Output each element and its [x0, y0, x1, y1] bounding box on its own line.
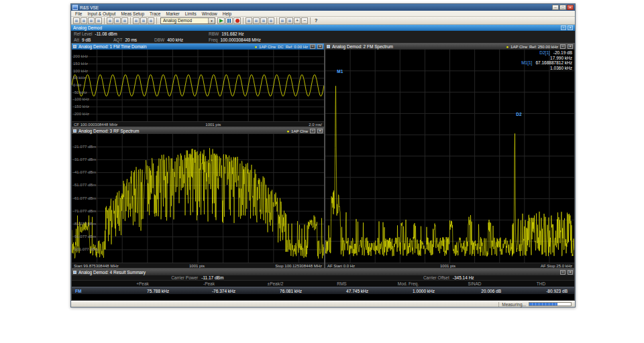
fm-time-domain-titlebar[interactable]: Analog Demod: 1 FM Time Domain ● 1AP Clr… — [72, 44, 324, 50]
measurement-area: Analog Demod: 1 FM Time Domain ● 1AP Clr… — [71, 43, 575, 269]
y-axis-label: -150 kHz — [73, 105, 89, 109]
y-axis-label: 150 kHz — [73, 62, 88, 66]
carrier-info-row: Carrier Power -11.17 dBm Carrier Offset … — [72, 275, 574, 281]
y-axis-label: -31.077 dBm — [73, 157, 96, 161]
play-button[interactable] — [217, 17, 225, 24]
trace-mode-label: 1AP Clrw — [511, 45, 527, 49]
result-value-rms: 47.745 kHz — [309, 289, 375, 293]
zoom-icon[interactable] — [286, 17, 293, 24]
undock-window-icon[interactable]: ▫ — [310, 44, 315, 49]
cascade-windows-icon[interactable] — [260, 17, 267, 24]
menu-item-help[interactable]: Help — [220, 11, 234, 16]
file-toolbar-group — [73, 17, 102, 24]
record-button[interactable] — [233, 17, 241, 24]
close-window-icon[interactable]: × — [568, 44, 573, 49]
window-controls: – □ × — [552, 5, 574, 10]
vse-application-window: R&S VSE – □ × FileInput & OutputMeas Set… — [70, 3, 576, 307]
cut-icon[interactable] — [107, 17, 113, 24]
menu-item-limits[interactable]: Limits — [182, 11, 199, 16]
zoom-toolbar-group: +− — [279, 17, 308, 24]
zoom-in-icon[interactable]: + — [294, 17, 301, 24]
menu-item-meas-setup[interactable]: Meas Setup — [118, 11, 147, 16]
marker-flag-m1[interactable]: M1 — [337, 69, 343, 74]
y-axis-label: -100 kHz — [73, 97, 89, 101]
marker-value: -20.19 dB — [553, 50, 572, 56]
paste-icon[interactable] — [121, 17, 128, 24]
new-window-icon[interactable] — [246, 17, 252, 24]
play-icon — [219, 19, 223, 23]
y-axis-label: 0 Hz — [73, 83, 81, 87]
att-value: 9 dB — [82, 38, 91, 42]
report-icon[interactable] — [148, 17, 154, 24]
split-view-icon[interactable] — [253, 17, 260, 24]
undock-channel-icon[interactable]: ▫ — [561, 25, 566, 30]
menu-item-window[interactable]: Window — [199, 11, 220, 16]
rf-spectrum-canvas — [72, 134, 324, 263]
column-header-mod-freq: Mod. Freq. — [375, 281, 441, 286]
result-value-peak-2: 76.081 kHz — [242, 289, 309, 293]
menu-item-input-output[interactable]: Input & Output — [85, 11, 118, 16]
trace-mode-label: 1AP Clrw — [291, 129, 308, 133]
ref-value-label: Ref: 250.00 kHz — [529, 45, 558, 49]
channel-info-bar: Ref Level -11.08 dBm RBW 191.682 Hz Att … — [71, 31, 575, 44]
overview-icon[interactable] — [268, 17, 274, 24]
zoom-out-icon[interactable]: − — [301, 17, 308, 24]
y-axis-label: -101.077 dBm — [73, 247, 99, 251]
close-window-icon[interactable]: × — [317, 129, 323, 133]
toolbar-separator — [243, 17, 244, 24]
display-config-icon[interactable] — [133, 17, 140, 24]
toolbar: Analog Demod ▾ +− ? — [71, 17, 575, 25]
channel-selector[interactable]: Analog Demod ▾ — [160, 17, 215, 24]
fm-spectrum-titlebar[interactable]: Analog Demod: 2 FM Spectrum ● 1AP Clrw R… — [325, 44, 574, 50]
trace-mode-label: 1AP Clrw — [259, 45, 276, 49]
close-window-icon[interactable]: × — [317, 44, 323, 49]
desktop-background: R&S VSE – □ × FileInput & OutputMeas Set… — [0, 0, 644, 343]
help-button[interactable]: ? — [313, 18, 319, 23]
menu-item-file[interactable]: File — [72, 11, 85, 16]
marker-value: 67.168887812 kHz — [535, 60, 572, 66]
toolbar-separator — [310, 17, 311, 24]
y-axis-label: -21.077 dBm — [73, 145, 96, 149]
aqt-value: 20 ms — [125, 38, 137, 42]
maximize-button[interactable]: □ — [559, 5, 566, 10]
channel-info-row-2: Att 9 dB AQT 20 ms DBW 400 kHz Freq 100.… — [71, 37, 575, 43]
menu-item-trace[interactable]: Trace — [147, 11, 163, 16]
fm-time-domain-footer: CF 100.000308448 MHz 1001 pts 2.0 ms/ — [72, 121, 324, 127]
pause-button[interactable] — [225, 17, 233, 24]
dbw-value: 400 kHz — [167, 38, 183, 42]
copy-icon[interactable] — [114, 17, 121, 24]
result-summary-fm-row[interactable]: FM 75.788 kHz-76.374 kHz76.081 kHz47.745… — [72, 287, 574, 295]
close-channel-icon[interactable]: × — [568, 25, 573, 30]
screenshot-icon[interactable] — [140, 17, 147, 24]
status-bar: Measuring... — [71, 301, 575, 307]
rf-spectrum-titlebar[interactable]: Analog Demod: 3 RF Spectrum ● 1AP Clrw ▫… — [72, 128, 324, 134]
save-icon[interactable] — [88, 17, 95, 24]
marker-flag-d2[interactable]: D2 — [516, 112, 521, 117]
new-measurement-icon[interactable] — [73, 17, 80, 24]
minimize-button[interactable]: – — [552, 5, 559, 10]
fm-time-domain-canvas — [72, 50, 324, 121]
close-window-icon[interactable]: × — [568, 270, 573, 275]
channel-tab-analog-demod[interactable]: Analog Demod — [73, 25, 102, 30]
center-frequency-label: CF 100.000308448 MHz — [74, 123, 117, 127]
window-icon — [327, 45, 330, 48]
view-toolbar-group — [246, 17, 274, 24]
result-summary-titlebar[interactable]: Analog Demod: 4 Result Summary ▫ × — [72, 269, 574, 275]
close-button[interactable]: × — [567, 5, 574, 10]
undock-window-icon[interactable]: ▫ — [560, 44, 566, 49]
print-icon[interactable] — [95, 17, 102, 24]
menu-bar: FileInput & OutputMeas SetupTraceMarkerL… — [71, 11, 575, 17]
app-logo-icon — [72, 5, 78, 10]
rf-spectrum-footer: Start 99.875308448 MHz 1001 pts Stop 100… — [72, 263, 324, 268]
coupling-label: DC — [278, 45, 284, 49]
fm-spectrum-canvas — [325, 50, 574, 263]
result-summary-header-row: +Peak-Peak±Peak/2RMSMod. Freq.SINADTHD — [72, 281, 574, 287]
undock-window-icon[interactable]: ▫ — [310, 129, 315, 133]
y-axis-label: -91.077 dBm — [73, 234, 96, 238]
menu-item-marker[interactable]: Marker — [163, 11, 182, 16]
marker-frequency: 17.990 kHz — [550, 56, 572, 61]
open-icon[interactable] — [80, 17, 87, 24]
undock-window-icon[interactable]: ▫ — [560, 270, 566, 275]
progress-fill — [529, 303, 557, 305]
select-cursor-icon[interactable] — [279, 17, 286, 24]
